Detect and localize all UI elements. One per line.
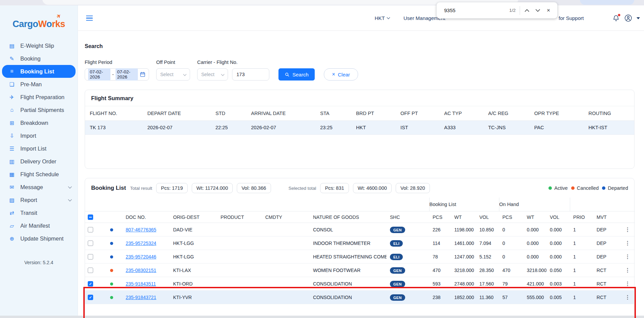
clear-button[interactable]: × Clear (324, 68, 358, 81)
booking-list-card: Booking List Total result Pcs: 1719Wt: 1… (85, 178, 635, 317)
row-checkbox[interactable] (88, 268, 93, 273)
flight-period-input[interactable]: 07-02-2026 - 07-02-2026 (85, 68, 149, 81)
row-actions-button[interactable]: ⋮ (625, 294, 630, 300)
row-actions-button[interactable]: ⋮ (625, 281, 630, 287)
sidebar-item-breakdown[interactable]: ⊞Breakdown (2, 116, 76, 129)
menu-toggle-button[interactable] (86, 16, 93, 21)
search-button[interactable]: Search (278, 68, 315, 81)
booking-icon: ✎ (8, 55, 15, 62)
profile-button[interactable] (624, 5, 632, 31)
bl-cell: 5.152 (476, 250, 499, 264)
notifications-button[interactable] (612, 5, 620, 31)
sidebar-item-label: Report (20, 197, 37, 203)
date-to-chip[interactable]: 07-02-2026 (116, 68, 138, 81)
sidebar-item-import[interactable]: ⇩Import (2, 129, 76, 142)
status-dot-active (110, 296, 113, 299)
support-label: for Support (559, 15, 584, 21)
flight-period-label: Flight Period (85, 60, 149, 65)
calendar-icon (140, 71, 146, 77)
date-from-chip[interactable]: 07-02-2026 (88, 68, 110, 81)
row-checkbox[interactable] (88, 227, 93, 232)
chevron-down-icon (387, 16, 390, 19)
sidebar-item-flight-preparation[interactable]: ✈Flight Preparation (2, 91, 76, 104)
off-point-select[interactable]: Select (156, 68, 190, 81)
sidebar-item-pre-man[interactable]: ❏Pre-Man (2, 78, 76, 91)
profile-menu-caret[interactable] (637, 5, 640, 31)
row-checkbox[interactable] (88, 295, 93, 300)
booking-list-header: Booking List Total result Pcs: 1719Wt: 1… (85, 178, 634, 198)
sidebar-item-import-list[interactable]: ☰Import List (2, 142, 76, 155)
close-icon: × (332, 71, 335, 77)
sidebar-item-message[interactable]: ✉Message (2, 181, 76, 194)
sidebar-item-label: Import (20, 133, 36, 139)
find-next-button[interactable] (532, 5, 543, 16)
bl-cell: CONSOLIDATION (310, 291, 387, 304)
flight-preparation-icon: ✈ (8, 94, 15, 100)
find-query-input[interactable]: 9355 (444, 7, 455, 13)
sidebar-item-transit[interactable]: ⇄Transit (2, 206, 76, 219)
doc-no-link[interactable]: 235-08302151 (126, 268, 156, 273)
station-dropdown[interactable]: HKT (375, 5, 390, 31)
sidebar-item-booking[interactable]: ✎Booking (2, 52, 76, 65)
status-legend: ActiveCancelledDeparted (545, 185, 628, 191)
date-separator: - (112, 72, 114, 77)
flight-period-group: Flight Period 07-02-2026 - 07-02-2026 (85, 60, 149, 81)
sidebar-item-label: Booking List (20, 68, 54, 75)
logo-text: W (38, 19, 46, 29)
legend-dot-active (548, 186, 552, 190)
shc-badge: GEN (390, 281, 405, 287)
flight-no-value: 173 (236, 72, 245, 77)
selected-chips: Pcs: 831Wt: 4600.000Vol: 28.920 (320, 183, 430, 193)
sidebar-item-flight-schedule[interactable]: ▦Flight Schedule (2, 168, 76, 181)
doc-no-link[interactable]: 235-91843511 (126, 281, 156, 287)
sidebar-item-report[interactable]: ▨Report (2, 194, 76, 206)
select-all-checkbox[interactable] (88, 214, 93, 220)
bl-cell (217, 277, 262, 291)
row-checkbox[interactable] (88, 254, 93, 259)
doc-no-link[interactable]: 235-95720446 (126, 254, 156, 259)
bl-cell: 0.005 (546, 291, 570, 304)
total-result-label: Total result (130, 186, 152, 191)
bl-cell: DEP (593, 236, 620, 250)
bl-cell: 0.003 (546, 277, 570, 291)
row-checkbox[interactable] (88, 281, 93, 287)
row-actions-button[interactable]: ⋮ (625, 240, 630, 246)
bl-column-doc-no-: DOC NO. (122, 211, 170, 223)
sidebar-item-air-manifest[interactable]: ▱Air Manifest (2, 219, 76, 232)
bl-cell: 593 (429, 277, 451, 291)
fs-cell: HKT (351, 121, 396, 135)
search-section-title: Search (85, 43, 635, 49)
row-actions-button[interactable]: ⋮ (625, 254, 630, 259)
sidebar-item-e-weight-slip[interactable]: ▤E-Weight Slip (2, 39, 76, 52)
status-dot-departed (110, 228, 113, 231)
update-shipment-icon: ⊕ (8, 235, 15, 242)
find-close-button[interactable]: × (543, 5, 554, 16)
group-header-booking-list: Booking List (429, 198, 499, 211)
off-point-label: Off Point (156, 60, 190, 65)
row-checkbox[interactable] (88, 241, 93, 246)
row-actions-button[interactable]: ⋮ (625, 267, 630, 273)
find-match-count: 1/2 (509, 8, 520, 13)
support-link[interactable]: for Support (559, 5, 584, 31)
find-previous-button[interactable] (521, 5, 532, 16)
row-actions-button[interactable]: ⋮ (625, 227, 630, 232)
sidebar-item-label: Import List (20, 145, 46, 152)
flight-no-input[interactable]: 173 (232, 68, 269, 81)
carrier-select[interactable]: Select (197, 68, 228, 81)
search-icon (285, 72, 290, 77)
shc-badge: GEN (390, 294, 405, 301)
sidebar-item-update-shipment[interactable]: ⊕Update Shipment (2, 232, 76, 245)
sidebar-item-booking-list[interactable]: ≡Booking List (2, 65, 76, 78)
sidebar-item-delivery-order[interactable]: ▥Delivery Order (2, 155, 76, 168)
bl-cell: HEATED STRAIGHTENING COMB (310, 250, 387, 264)
doc-no-link[interactable]: 235-95725324 (126, 241, 156, 246)
doc-no-link[interactable]: 807-46776365 (126, 227, 156, 232)
doc-no-link[interactable]: 235-91843721 (126, 295, 156, 300)
fs-column-ac-typ: AC TYP (439, 106, 483, 121)
chevron-down-icon (68, 198, 72, 201)
status-column (104, 211, 122, 223)
sidebar-item-partial-shipments[interactable]: ⌂Partial Shipments (2, 104, 76, 116)
flight-summary-row[interactable]: TK 1732026-02-0722:252026-02-0723:25HKTI… (85, 121, 635, 135)
shc-badge: ELI (390, 240, 403, 247)
bl-column-pcs: PCS (429, 211, 451, 223)
